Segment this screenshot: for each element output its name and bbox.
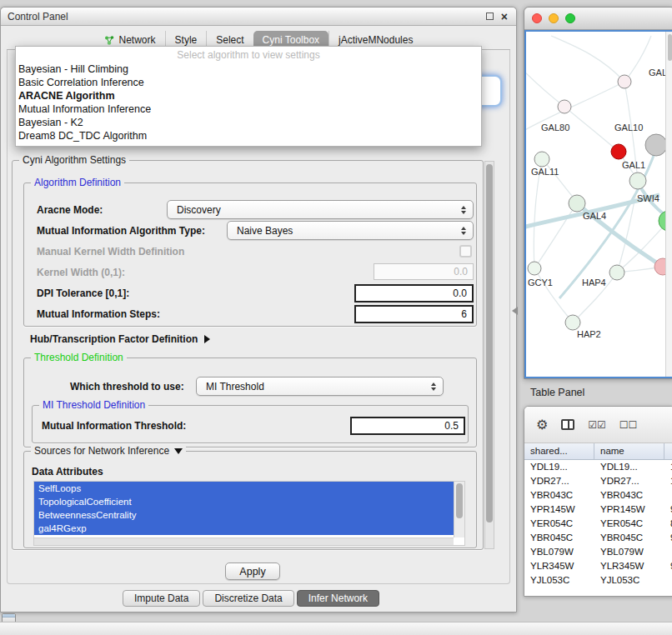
network-node[interactable] — [611, 144, 626, 159]
table-cell[interactable]: 9. — [664, 531, 672, 545]
table-cell[interactable]: YBR043C — [524, 488, 594, 502]
table-row[interactable]: YBR043CYBR043C — [524, 488, 672, 502]
column-header[interactable]: shared... — [524, 443, 594, 459]
dpi-tolerance-field[interactable]: 0.0 — [354, 284, 474, 302]
network-node[interactable] — [528, 262, 541, 275]
table-cell[interactable]: YBL079W — [594, 545, 664, 559]
table-cell[interactable] — [664, 488, 672, 502]
table-row[interactable]: YER054CYER054C8. — [524, 517, 672, 531]
table-cell[interactable]: YBL079W — [524, 545, 594, 559]
table-row[interactable]: YJL053CYJL053C — [524, 573, 672, 588]
table-cell[interactable]: YPR145W — [594, 502, 664, 517]
table-cell[interactable]: YLR345W — [594, 559, 664, 573]
table-cell[interactable]: YER054C — [594, 517, 664, 531]
minimize-traffic-light[interactable] — [549, 13, 559, 23]
table-cell[interactable]: YJL053C — [524, 573, 594, 588]
sources-toggle[interactable]: Sources for Network Inference — [31, 445, 186, 457]
select-all-checkboxes-icon[interactable]: ☑☑ — [588, 419, 606, 431]
network-canvas[interactable]: GAL GAL80 GAL10 GAL11 GAL1 SWI4 GAL4 GCY… — [524, 30, 672, 378]
column-header[interactable]: name — [594, 443, 664, 459]
control-panel-titlebar[interactable]: Control Panel × — [1, 8, 516, 26]
table-cell[interactable] — [664, 545, 672, 559]
network-node[interactable] — [645, 134, 667, 156]
table-cell[interactable]: 8. — [664, 517, 672, 531]
kernel-width-field[interactable]: 0.0 — [374, 263, 474, 280]
table-row[interactable]: YBR045CYBR045C9. — [524, 531, 672, 545]
float-window-icon[interactable] — [486, 12, 494, 20]
network-window-titlebar[interactable] — [524, 8, 672, 30]
table-cell[interactable]: 12 — [664, 474, 672, 488]
table-cell[interactable]: YDL19... — [594, 460, 664, 474]
network-scrollbar-thumb[interactable] — [668, 34, 672, 61]
mi-steps-field[interactable]: 6 — [354, 305, 474, 323]
dropdown-item[interactable]: Dream8 DC_TDC Algorithm — [16, 129, 481, 142]
settings-scrollbar-thumb[interactable] — [486, 164, 493, 522]
table-cell[interactable]: YBR045C — [524, 531, 594, 545]
table-row[interactable]: YPR145WYPR145W9. — [524, 502, 672, 517]
dropdown-item[interactable]: Bayesian - K2 — [16, 116, 481, 129]
manual-kernel-checkbox[interactable] — [459, 245, 472, 258]
table-cell[interactable] — [664, 573, 672, 588]
panel-splitter-collapse-icon[interactable] — [512, 307, 518, 315]
node-label: HAP2 — [577, 329, 601, 339]
network-node[interactable] — [618, 75, 631, 88]
network-node[interactable] — [629, 172, 646, 189]
close-traffic-light[interactable] — [532, 13, 542, 23]
network-node[interactable] — [534, 152, 549, 167]
table-row[interactable]: YLR345WYLR345W9. — [524, 559, 672, 573]
mi-type-label: Mutual Information Algorithm Type: — [37, 225, 205, 237]
hub-definition-toggle[interactable]: Hub/Transcription Factor Definition — [30, 333, 210, 345]
table-cell[interactable]: YDL19... — [524, 460, 594, 474]
which-threshold-combobox[interactable]: MI Threshold — [196, 377, 444, 396]
list-item[interactable]: TopologicalCoefficient — [34, 495, 454, 508]
table-row[interactable]: YDR27...YDR27...12 — [524, 474, 672, 488]
table-cell[interactable]: YDR27... — [594, 474, 664, 488]
dropdown-item[interactable]: Basic Correlation Inference — [16, 76, 481, 89]
gear-icon[interactable]: ⚙ — [536, 418, 548, 432]
table-row[interactable]: YDL19...YDL19...13 — [524, 460, 672, 474]
list-horizontal-scrollbar[interactable] — [34, 538, 454, 545]
dropdown-item[interactable]: Bayesian - Hill Climbing — [16, 62, 481, 76]
apply-button[interactable]: Apply — [225, 562, 280, 580]
table-cell[interactable]: YDR27... — [524, 474, 594, 488]
table-cell[interactable]: YJL053C — [594, 573, 664, 588]
aracne-mode-combobox[interactable]: Discovery — [167, 200, 474, 219]
list-item[interactable]: BetweennessCentrality — [34, 508, 454, 522]
sources-title: Sources for Network Inference — [34, 445, 169, 457]
tab-impute-data[interactable]: Impute Data — [123, 590, 200, 607]
network-vertical-scrollbar[interactable] — [665, 32, 672, 377]
mi-type-combobox[interactable]: Naive Bayes — [227, 221, 474, 240]
table-cell[interactable]: YLR345W — [524, 559, 594, 573]
columns-divider — [568, 421, 569, 428]
tab-discretize-data[interactable]: Discretize Data — [203, 590, 293, 607]
settings-scrollbar[interactable] — [484, 161, 494, 549]
list-vertical-scrollbar[interactable] — [454, 482, 464, 538]
table-cell[interactable]: YBR045C — [594, 531, 664, 545]
column-header[interactable] — [664, 443, 672, 459]
deselect-all-checkboxes-icon[interactable]: ☐☐ — [619, 419, 638, 431]
mi-threshold-field[interactable]: 0.5 — [350, 417, 465, 435]
network-node[interactable] — [569, 195, 585, 212]
network-node[interactable] — [565, 315, 580, 330]
dropdown-item-selected[interactable]: ARACNE Algorithm — [16, 89, 481, 102]
minimized-window-titlebar — [3, 614, 15, 618]
network-node[interactable] — [609, 265, 624, 280]
table-row[interactable]: YBL079WYBL079W — [524, 545, 672, 559]
list-item[interactable]: SelfLoops — [34, 482, 454, 495]
table-cell[interactable]: 13 — [664, 460, 672, 474]
table-cell[interactable]: 9. — [664, 502, 672, 517]
dropdown-item[interactable]: Mutual Information Inference — [16, 102, 481, 116]
table-cell[interactable]: YBR043C — [594, 488, 664, 502]
table-cell[interactable]: YER054C — [524, 517, 594, 531]
table-columns-icon[interactable] — [561, 419, 574, 430]
table-cell[interactable]: 9. — [664, 559, 672, 573]
table-cell[interactable]: YPR145W — [524, 502, 594, 517]
zoom-traffic-light[interactable] — [565, 13, 575, 23]
tab-label: Select — [216, 34, 243, 46]
list-scrollbar-thumb[interactable] — [456, 483, 463, 518]
network-node[interactable] — [558, 100, 571, 113]
close-icon[interactable]: × — [501, 12, 508, 22]
tab-infer-network[interactable]: Infer Network — [297, 590, 379, 607]
node-label: HAP4 — [582, 278, 606, 288]
list-item[interactable]: gal4RGexp — [34, 522, 454, 535]
